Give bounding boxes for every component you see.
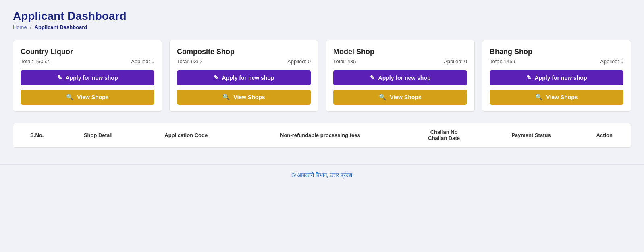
col-header-5: Payment Status — [484, 123, 578, 147]
card-applied-composite-shop: Applied: 0 — [287, 58, 311, 65]
view-btn-model-shop[interactable]: 🔍 View Shops — [333, 90, 467, 105]
search-icon-model-shop: 🔍 — [379, 94, 386, 101]
footer-text: © आबकारी विभाग, उत्तर प्रदेश — [292, 172, 353, 178]
apply-btn-model-shop[interactable]: ✎ Apply for new shop — [333, 70, 467, 85]
edit-icon-composite-shop: ✎ — [214, 74, 219, 81]
card-total-composite-shop: Total: 9362 — [177, 58, 203, 65]
card-total-bhang-shop: Total: 1459 — [490, 58, 515, 65]
card-country-liquor: Country Liquor Total: 16052 Applied: 0 ✎… — [13, 40, 162, 112]
card-applied-country-liquor: Applied: 0 — [131, 58, 154, 65]
col-header-4: Challan NoChallan Date — [404, 123, 484, 147]
apply-btn-composite-shop[interactable]: ✎ Apply for new shop — [177, 70, 311, 85]
card-applied-model-shop: Applied: 0 — [444, 58, 467, 65]
edit-icon-model-shop: ✎ — [370, 74, 375, 81]
card-title-bhang-shop: Bhang Shop — [490, 48, 623, 56]
breadcrumb-separator: / — [30, 24, 31, 30]
apply-btn-bhang-shop[interactable]: ✎ Apply for new shop — [490, 70, 623, 85]
applications-table: S.No.Shop DetailApplication CodeNon-refu… — [13, 123, 631, 148]
cards-row: Country Liquor Total: 16052 Applied: 0 ✎… — [13, 40, 631, 112]
view-btn-bhang-shop[interactable]: 🔍 View Shops — [490, 90, 623, 105]
table-header-row: S.No.Shop DetailApplication CodeNon-refu… — [13, 123, 631, 147]
apply-btn-label-bhang-shop: Apply for new shop — [535, 75, 587, 81]
view-btn-label-composite-shop: View Shops — [233, 94, 265, 100]
card-applied-bhang-shop: Applied: 0 — [600, 58, 623, 65]
apply-btn-label-composite-shop: Apply for new shop — [222, 75, 274, 81]
search-icon-bhang-shop: 🔍 — [535, 94, 543, 101]
card-title-model-shop: Model Shop — [333, 48, 467, 56]
breadcrumb-current: Applicant Dashboard — [35, 24, 87, 30]
edit-icon-country-liquor: ✎ — [57, 74, 62, 81]
apply-btn-label-model-shop: Apply for new shop — [378, 75, 431, 81]
col-header-1: Shop Detail — [60, 123, 135, 147]
card-title-country-liquor: Country Liquor — [21, 48, 154, 56]
view-btn-label-model-shop: View Shops — [390, 94, 421, 100]
view-btn-composite-shop[interactable]: 🔍 View Shops — [177, 90, 311, 105]
apply-btn-label-country-liquor: Apply for new shop — [66, 75, 118, 81]
table-section: S.No.Shop DetailApplication CodeNon-refu… — [13, 123, 631, 148]
breadcrumb-home[interactable]: Home — [13, 24, 27, 30]
table-head: S.No.Shop DetailApplication CodeNon-refu… — [13, 123, 631, 147]
apply-btn-country-liquor[interactable]: ✎ Apply for new shop — [21, 70, 154, 85]
main-content: Applicant Dashboard Home / Applicant Das… — [0, 0, 644, 148]
footer: © आबकारी विभाग, उत्तर प्रदेश — [0, 164, 644, 186]
page-title: Applicant Dashboard — [13, 10, 631, 23]
col-header-3: Non-refundable processing fees — [237, 123, 404, 147]
card-model-shop: Model Shop Total: 435 Applied: 0 ✎ Apply… — [326, 40, 475, 112]
view-btn-label-country-liquor: View Shops — [77, 94, 108, 100]
col-header-2: Application Code — [136, 123, 237, 147]
col-header-6: Action — [578, 123, 631, 147]
card-bhang-shop: Bhang Shop Total: 1459 Applied: 0 ✎ Appl… — [482, 40, 631, 112]
col-header-0: S.No. — [13, 123, 60, 147]
view-btn-label-bhang-shop: View Shops — [546, 94, 578, 100]
card-stats-model-shop: Total: 435 Applied: 0 — [333, 58, 467, 65]
card-composite-shop: Composite Shop Total: 9362 Applied: 0 ✎ … — [169, 40, 318, 112]
card-stats-bhang-shop: Total: 1459 Applied: 0 — [490, 58, 623, 65]
edit-icon-bhang-shop: ✎ — [526, 74, 532, 81]
card-stats-country-liquor: Total: 16052 Applied: 0 — [21, 58, 154, 65]
search-icon-country-liquor: 🔍 — [66, 94, 74, 101]
breadcrumb: Home / Applicant Dashboard — [13, 24, 631, 30]
card-title-composite-shop: Composite Shop — [177, 48, 311, 56]
view-btn-country-liquor[interactable]: 🔍 View Shops — [21, 90, 154, 105]
search-icon-composite-shop: 🔍 — [222, 94, 230, 101]
card-total-model-shop: Total: 435 — [333, 58, 356, 65]
card-total-country-liquor: Total: 16052 — [21, 58, 49, 65]
card-stats-composite-shop: Total: 9362 Applied: 0 — [177, 58, 311, 65]
